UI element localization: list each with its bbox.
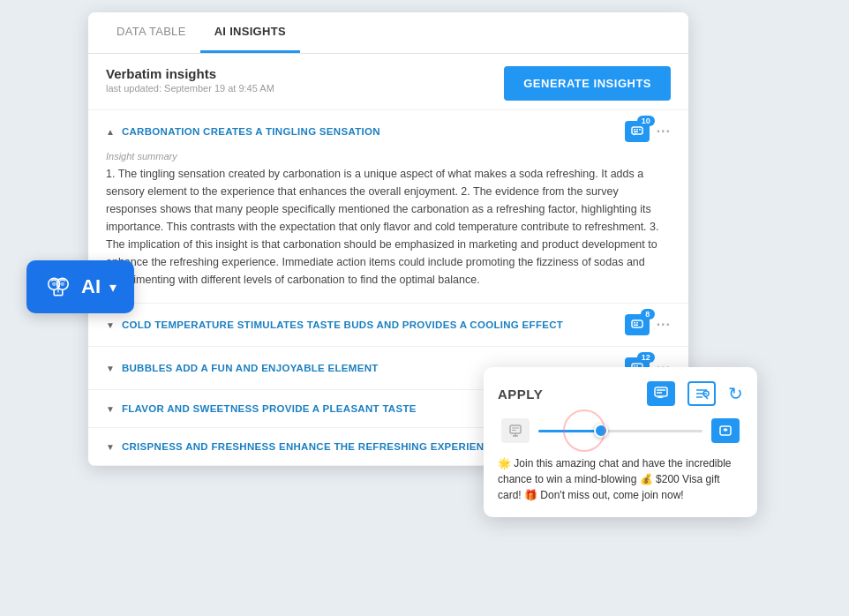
insight-header-1: ▲ CARBONATION CREATES A TINGLING SENSATI… — [106, 121, 671, 142]
insight-title-2: COLD TEMPERATURE STIMULATES TASTE BUDS A… — [122, 319, 563, 330]
apply-label: APPLY — [498, 387, 543, 402]
tab-bar: DATA TABLE AI INSIGHTS — [88, 12, 688, 54]
svg-rect-2 — [634, 129, 635, 131]
chevron-down-icon-2: ▼ — [106, 320, 115, 330]
svg-rect-8 — [636, 322, 638, 324]
apply-header: APPLY ↻ — [498, 381, 743, 406]
svg-rect-9 — [634, 325, 638, 327]
svg-rect-5 — [634, 131, 638, 133]
svg-rect-6 — [632, 320, 642, 327]
slider-track[interactable] — [538, 430, 702, 432]
header-info: Verbatim insights last updated: Septembe… — [106, 66, 274, 94]
slider-row — [498, 418, 743, 443]
insight-item-2: ▼ COLD TEMPERATURE STIMULATES TASTE BUDS… — [88, 304, 688, 347]
insight-item-1: ▲ CARBONATION CREATES A TINGLING SENSATI… — [88, 110, 688, 304]
ai-brain-icon — [44, 273, 72, 301]
svg-point-20 — [60, 282, 64, 286]
svg-rect-22 — [655, 387, 667, 396]
ai-label: AI — [81, 275, 101, 298]
ai-chevron-icon: ▾ — [109, 279, 116, 296]
apply-icon-2 — [694, 386, 710, 402]
apply-icons: ↻ — [647, 381, 743, 406]
ai-button[interactable]: AI ▾ — [26, 260, 134, 313]
apply-panel: APPLY ↻ — [484, 367, 757, 517]
verbatim-title: Verbatim insights — [106, 66, 274, 81]
slider-thumb[interactable] — [594, 424, 608, 438]
quote-count-2: 8 — [641, 309, 655, 319]
insight-actions-2: 8 ··· — [625, 314, 671, 335]
generate-insights-button[interactable]: GENERATE INSIGHTS — [504, 66, 671, 101]
slider-icon-left[interactable] — [501, 418, 530, 443]
apply-icon-1 — [653, 386, 669, 402]
apply-icon-btn-2[interactable] — [687, 381, 716, 406]
quote-badge-2[interactable]: 8 — [625, 314, 650, 335]
svg-rect-30 — [510, 425, 521, 433]
more-menu-2[interactable]: ··· — [657, 317, 671, 333]
chat-promo-text: 🌟 Join this amazing chat and have the in… — [498, 455, 743, 503]
insight-title-row-1[interactable]: ▲ CARBONATION CREATES A TINGLING SENSATI… — [106, 126, 625, 137]
svg-rect-4 — [639, 129, 641, 131]
refresh-icon[interactable]: ↻ — [728, 383, 743, 404]
more-menu-1[interactable]: ··· — [657, 124, 671, 139]
slider-left-icon — [508, 424, 522, 438]
insight-title-4: FLAVOR AND SWEETNESS PROVIDE A PLEASANT … — [122, 403, 417, 414]
svg-point-19 — [52, 282, 56, 286]
chevron-up-icon-1: ▲ — [106, 127, 115, 137]
tab-ai-insights[interactable]: AI INSIGHTS — [200, 12, 300, 53]
slider-right-icon — [718, 424, 733, 438]
svg-rect-0 — [632, 127, 642, 134]
slider-icon-right[interactable] — [711, 418, 740, 443]
chevron-down-icon-4: ▼ — [106, 404, 115, 414]
insight-header-2: ▼ COLD TEMPERATURE STIMULATES TASTE BUDS… — [106, 314, 671, 335]
svg-rect-3 — [636, 129, 638, 131]
insight-actions-1: 10 ··· — [625, 121, 671, 142]
quote-count-3: 12 — [637, 352, 655, 363]
tab-data-table[interactable]: DATA TABLE — [102, 12, 200, 53]
svg-rect-7 — [634, 322, 635, 324]
insight-title-1: CARBONATION CREATES A TINGLING SENSATION — [122, 126, 380, 137]
chevron-down-icon-3: ▼ — [106, 364, 115, 373]
quote-badge-1[interactable]: 10 — [625, 121, 650, 142]
apply-icon-btn-1[interactable] — [647, 381, 675, 406]
insight-title-3: BUBBLES ADD A FUN AND ENJOYABLE ELEMENT — [122, 363, 379, 373]
chevron-down-icon-5: ▼ — [106, 442, 115, 452]
last-updated: last updated: September 19 at 9:45 AM — [106, 83, 274, 94]
svg-point-36 — [724, 428, 727, 432]
panel-header: Verbatim insights last updated: Septembe… — [88, 54, 688, 110]
summary-text-1: 1. The tingling sensation created by car… — [106, 165, 671, 289]
summary-label-1: Insight summary — [106, 151, 671, 162]
insight-title-5: CRISPNESS AND FRESHNESS ENHANCE THE REFR… — [122, 441, 499, 452]
insight-title-row-2[interactable]: ▼ COLD TEMPERATURE STIMULATES TASTE BUDS… — [106, 319, 625, 330]
quote-count-1: 10 — [637, 116, 655, 126]
